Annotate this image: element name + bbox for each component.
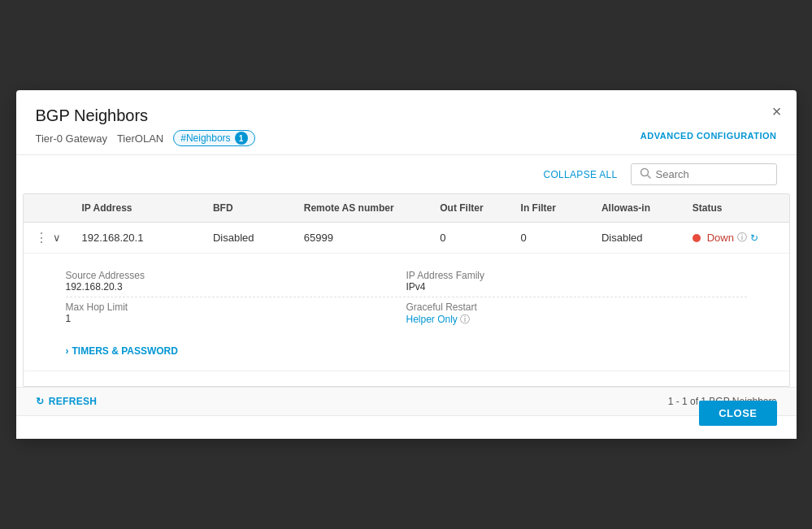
search-icon (640, 167, 651, 181)
expand-section-source: Source Addresses 192.168.20.3 IP Address… (66, 266, 747, 297)
tag-count: 1 (235, 132, 248, 145)
graceful-restart-value: Helper Only ⓘ (406, 313, 737, 327)
status-dot (693, 234, 701, 242)
timers-row: › TIMERS & PASSWORD (33, 339, 779, 363)
empty-row (24, 371, 789, 387)
col-header-ip: IP Address (72, 194, 203, 223)
ip-family-value: IPv4 (406, 281, 737, 293)
neighbors-table-wrapper: IP Address BFD Remote AS number Out Filt… (23, 193, 790, 387)
row-expand-icon[interactable]: ∨ (51, 232, 63, 244)
refresh-button[interactable]: ↻ REFRESH (36, 396, 98, 407)
modal-close-button[interactable]: × (772, 103, 782, 119)
expand-section-hop: Max Hop Limit 1 Graceful Restart Helper … (66, 297, 747, 331)
source-addresses-value: 192.168.20.3 (66, 281, 397, 293)
tag-label: #Neighbors (180, 132, 230, 144)
modal-overlay: BGP Neighbors Tier-0 Gateway TierOLAN #N… (0, 0, 812, 529)
col-header-remote-as: Remote AS number (294, 194, 431, 223)
neighbors-table: IP Address BFD Remote AS number Out Filt… (24, 194, 789, 386)
neighbors-tag[interactable]: #Neighbors 1 (173, 130, 254, 146)
modal-title: BGP Neighbors (36, 106, 777, 125)
source-addresses-item: Source Addresses 192.168.20.3 (66, 266, 406, 297)
empty-area-cell (24, 371, 789, 387)
refresh-label: REFRESH (49, 396, 97, 407)
row-actions: ⋮ ∨ (33, 230, 63, 245)
tier-lan-label: TierOLAN (117, 132, 163, 145)
search-box (631, 163, 777, 185)
toolbar: COLLAPSE ALL (16, 155, 797, 193)
expanded-content: Source Addresses 192.168.20.3 IP Address… (33, 261, 779, 339)
row-status-cell: Down ⓘ ↻ (683, 223, 789, 254)
row-menu-icon[interactable]: ⋮ (33, 230, 50, 245)
ip-family-label: IP Address Family (406, 270, 737, 281)
expanded-detail-cell: Source Addresses 192.168.20.3 IP Address… (24, 254, 789, 371)
col-header-out-filter: Out Filter (430, 194, 510, 223)
source-addresses-label: Source Addresses (66, 270, 397, 281)
status-info-icon[interactable]: ⓘ (737, 231, 747, 245)
col-header-in-filter: In Filter (511, 194, 592, 223)
graceful-restart-label: Graceful Restart (406, 301, 737, 313)
row-ip-cell: 192.168.20.1 (72, 223, 203, 254)
ip-family-item: IP Address Family IPv4 (406, 266, 747, 297)
col-header-allowas-in: Allowas-in (592, 194, 683, 223)
row-in-filter-cell: 0 (511, 223, 592, 254)
timers-label: TIMERS & PASSWORD (72, 345, 178, 357)
timers-chevron-icon: › (66, 345, 69, 357)
timers-password-button[interactable]: › TIMERS & PASSWORD (66, 345, 178, 357)
bgp-neighbors-modal: BGP Neighbors Tier-0 Gateway TierOLAN #N… (16, 90, 797, 439)
expanded-detail-row: Source Addresses 192.168.20.3 IP Address… (24, 254, 789, 371)
status-indicator: Down ⓘ ↻ (693, 231, 779, 245)
table-row: ⋮ ∨ 192.168.20.1 Disabled 65999 0 0 Disa… (24, 223, 789, 254)
row-out-filter-cell: 0 (430, 223, 510, 254)
advanced-config-link[interactable]: ADVANCED CONFIGURATION (640, 131, 777, 141)
modal-header: BGP Neighbors Tier-0 Gateway TierOLAN #N… (16, 90, 797, 155)
graceful-restart-info-icon[interactable]: ⓘ (460, 314, 470, 325)
max-hop-value: 1 (66, 313, 397, 324)
row-remote-as-cell: 65999 (294, 223, 431, 254)
col-header-actions (24, 194, 72, 223)
status-text: Down (707, 232, 734, 244)
row-allowas-cell: Disabled (592, 223, 683, 254)
search-input[interactable] (656, 168, 768, 180)
row-actions-cell: ⋮ ∨ (24, 223, 72, 254)
col-header-bfd: BFD (203, 194, 294, 223)
table-header-row: IP Address BFD Remote AS number Out Filt… (24, 194, 789, 223)
max-hop-label: Max Hop Limit (66, 301, 397, 313)
modal-footer: ↻ REFRESH 1 - 1 of 1 BGP Neighbors (16, 387, 797, 415)
tier-gateway-label: Tier-0 Gateway (36, 132, 107, 145)
max-hop-item: Max Hop Limit 1 (66, 297, 406, 331)
col-header-status: Status (683, 194, 789, 223)
refresh-icon: ↻ (36, 396, 44, 407)
graceful-restart-item: Graceful Restart Helper Only ⓘ (406, 297, 747, 331)
row-bfd-cell: Disabled (203, 223, 294, 254)
collapse-all-button[interactable]: COLLAPSE ALL (544, 169, 618, 180)
status-refresh-icon[interactable]: ↻ (750, 232, 758, 244)
close-action-button[interactable]: CLOSE (699, 401, 776, 426)
svg-line-1 (647, 176, 650, 179)
